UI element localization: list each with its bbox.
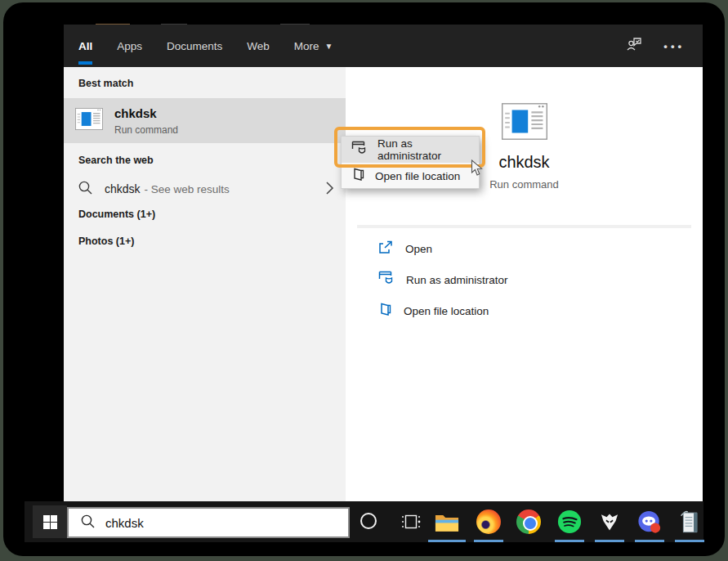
action-open[interactable]: Open [346,236,703,262]
discord-icon [637,509,662,535]
context-menu: Run as administrator Open file location [341,136,480,189]
web-search-result[interactable]: chkdsk - See web results [64,172,346,206]
context-menu-open-file-location[interactable]: Open file location [342,163,479,189]
tab-more[interactable]: More ▼ [294,25,333,67]
file-explorer-icon [435,512,459,532]
tab-documents[interactable]: Documents [167,25,222,67]
search-results-panel: Best match chkdsk Run command Search the… [64,67,346,505]
active-indicator [635,540,664,542]
active-indicator [595,540,624,542]
account-feedback-icon[interactable] [626,37,642,55]
run-command-icon-large [502,103,547,143]
web-search-hint: - See web results [145,183,230,195]
best-match-title: chkdsk [114,106,178,120]
context-menu-run-as-administrator[interactable]: Run as administrator [342,137,479,163]
file-location-icon [351,167,365,185]
start-button[interactable] [33,505,67,538]
active-indicator [555,540,584,542]
tab-more-label: More [294,40,319,52]
tab-apps[interactable]: Apps [117,25,142,67]
task-view-button[interactable] [400,512,422,535]
tab-documents-label: Documents [167,40,222,52]
taskbar [25,501,703,542]
notes-app-icon [678,509,702,534]
taskbar-search-input[interactable] [105,516,310,530]
tab-all[interactable]: All [78,25,92,67]
taskbar-app-notes[interactable] [677,509,702,534]
chrome-icon [516,509,541,534]
tab-web[interactable]: Web [247,25,270,67]
taskbar-app-foobar2000[interactable] [597,509,622,534]
web-search-query: chkdsk [105,182,141,195]
mouse-cursor [471,159,483,180]
firefox-icon [476,509,501,534]
documents-group-header[interactable]: Documents (1+) [78,209,155,220]
run-admin-icon [351,141,368,159]
search-tabs: All Apps Documents Web More ▼ [64,25,333,67]
tab-all-label: All [78,40,92,52]
run-admin-icon [378,271,395,289]
chevron-down-icon: ▼ [325,42,333,51]
chevron-right-icon [325,181,334,199]
action-open-file-location[interactable]: Open file location [346,298,703,324]
search-flyout-header: All Apps Documents Web More ▼ ••• [64,25,703,67]
taskbar-app-file-explorer[interactable] [435,509,459,534]
context-menu-item-label: Run as administrator [377,137,479,162]
search-icon [78,180,93,199]
action-open-label: Open [405,243,432,255]
action-open-location-label: Open file location [404,305,489,317]
foobar2000-icon [598,510,621,533]
taskbar-app-chrome[interactable] [516,509,541,534]
open-icon [378,240,394,258]
best-match-item[interactable]: chkdsk Run command [64,98,346,143]
taskbar-app-spotify[interactable] [557,509,582,534]
search-icon [80,514,96,532]
desktop: All Apps Documents Web More ▼ ••• Best m… [3,2,725,556]
preview-subtitle: Run command [489,178,559,191]
divider [357,225,691,228]
search-the-web-header: Search the web [78,155,154,166]
best-match-header: Best match [78,78,133,89]
tab-web-label: Web [247,40,270,52]
windows-logo-icon [43,515,57,529]
taskbar-app-firefox[interactable] [476,509,501,534]
active-indicator [474,540,503,542]
more-options-icon[interactable]: ••• [663,40,685,52]
taskbar-app-discord[interactable] [637,509,662,534]
best-match-subtitle: Run command [114,124,178,136]
spotify-icon [557,509,582,534]
cortana-button[interactable] [360,513,377,529]
active-indicator [428,540,466,542]
photos-group-header[interactable]: Photos (1+) [78,236,134,247]
preview-title: chkdsk [498,153,549,172]
file-location-icon [378,302,392,320]
run-command-icon [75,108,103,133]
screen: All Apps Documents Web More ▼ ••• Best m… [0,0,728,561]
context-menu-item-label: Open file location [375,170,460,182]
action-run-admin-label: Run as administrator [406,274,508,286]
preview-panel: chkdsk Run command Open Run as administr… [346,67,703,505]
taskbar-search-box[interactable] [67,507,350,538]
action-run-as-administrator[interactable]: Run as administrator [346,267,703,293]
tab-apps-label: Apps [117,40,142,52]
active-indicator [675,540,704,542]
